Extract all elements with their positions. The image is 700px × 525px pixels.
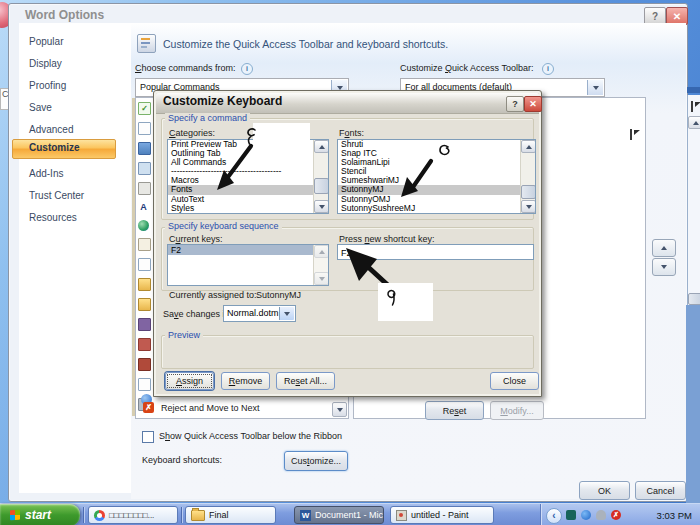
dialog-help-button[interactable]: ?: [506, 96, 524, 112]
scroll-up-button: [314, 245, 329, 258]
folder-open-icon: [138, 298, 151, 311]
scroll-up-button[interactable]: [688, 116, 700, 129]
document2-icon: [138, 258, 151, 271]
dialog-close-button[interactable]: ✕: [524, 96, 542, 112]
command-item-label[interactable]: Reject and Move to Next: [161, 403, 260, 413]
current-keys-listbox[interactable]: F2: [167, 244, 329, 286]
scroll-thumb[interactable]: [314, 178, 329, 194]
category-item[interactable]: Styles: [168, 204, 314, 213]
modify-button[interactable]: Modify...: [490, 401, 544, 420]
category-item-selected[interactable]: Fonts: [168, 185, 314, 194]
save-changes-combo[interactable]: Normal.dotm: [223, 305, 296, 322]
table-icon: [138, 162, 151, 175]
press-new-shortcut-input[interactable]: [337, 244, 534, 260]
font-item[interactable]: SolaimanLipi: [338, 158, 521, 167]
scroll-up-button[interactable]: [521, 140, 536, 153]
taskbar-item-document1[interactable]: Document1 - Micr...: [294, 506, 384, 524]
scroll-down-button[interactable]: [521, 200, 536, 213]
remove-button[interactable]: Remove: [221, 372, 270, 390]
command-icon-strip: [138, 102, 151, 418]
category-item[interactable]: Macros: [168, 176, 314, 185]
categories-listbox[interactable]: Print Preview Tab Outlining Tab All Comm…: [167, 139, 329, 214]
dropdown-arrow-icon[interactable]: [587, 80, 603, 95]
font-item[interactable]: Snap ITC: [338, 149, 521, 158]
choose-commands-label: Choose commands from:: [135, 63, 236, 73]
font-item[interactable]: SumeshwariMJ: [338, 176, 521, 185]
close-dialog-button[interactable]: Close: [490, 372, 539, 390]
move-up-button[interactable]: [652, 239, 676, 257]
tray-network-icon[interactable]: [566, 510, 576, 520]
current-key-item-selected[interactable]: F2: [168, 245, 314, 255]
system-tray: ✗ 3:03 PM: [540, 504, 700, 525]
scroll-thumb[interactable]: [521, 185, 536, 199]
sidebar-item-save[interactable]: Save: [19, 102, 129, 113]
customize-keyboard-dialog: Customize Keyboard ? ✕ Specify a command…: [153, 90, 542, 397]
sidebar-item-customize[interactable]: Customize: [19, 142, 129, 153]
font-item[interactable]: SutonnySushreeMJ: [338, 204, 521, 213]
category-item[interactable]: Print Preview Tab: [168, 140, 314, 149]
font-item[interactable]: SutonnyOMJ: [338, 195, 521, 204]
reset-button[interactable]: Reset: [425, 401, 484, 420]
taskbar-item-paint[interactable]: untitled - Paint: [390, 506, 494, 524]
assign-button[interactable]: Assign: [165, 372, 214, 390]
sidebar-item-advanced[interactable]: Advanced: [19, 124, 129, 135]
taskbar-divider: [181, 507, 182, 523]
background-scrollbar[interactable]: [687, 95, 700, 305]
commands-scroll-down-button[interactable]: [332, 402, 347, 417]
ok-button[interactable]: OK: [579, 481, 630, 500]
task-label: Final: [209, 510, 229, 520]
category-item[interactable]: All Commands: [168, 158, 314, 167]
font-item[interactable]: Stencil: [338, 167, 521, 176]
move-down-button[interactable]: [652, 258, 676, 276]
fonts-listbox[interactable]: Shruti Snap ITC SolaimanLipi Stencil Sum…: [337, 139, 536, 214]
info-icon[interactable]: [241, 63, 253, 75]
font-item[interactable]: Shruti: [338, 140, 521, 149]
sidebar-item-proofing[interactable]: Proofing: [19, 80, 129, 91]
reject-command-icon: [143, 402, 154, 413]
assigned-value: SutonnyMJ: [256, 290, 301, 300]
sidebar-item-trust-center[interactable]: Trust Center: [19, 190, 129, 201]
screen: C Word Options ? ✕ Popular Display Proof…: [0, 0, 700, 525]
combo-arrow-icon[interactable]: [279, 307, 294, 320]
fonts-scrollbar[interactable]: [520, 140, 535, 213]
sidebar-item-display[interactable]: Display: [19, 58, 129, 69]
taskbar-item-final[interactable]: Final: [185, 506, 276, 524]
document-icon: [138, 122, 151, 135]
font-item-selected[interactable]: SutonnyMJ: [338, 185, 521, 194]
current-keys-scrollbar: [313, 245, 328, 285]
keyboard-shortcuts-label: Keyboard shortcuts:: [142, 455, 222, 465]
start-button[interactable]: start: [0, 504, 80, 525]
hand-cursor-icon: [691, 101, 700, 112]
taskbar-item-browser[interactable]: □□□□□□□□...: [88, 506, 178, 524]
customize-keyboard-button[interactable]: Customize...: [284, 451, 348, 471]
taskbar-divider: [83, 507, 84, 523]
tray-volume-icon[interactable]: [596, 510, 606, 520]
sidebar-item-add-ins[interactable]: Add-Ins: [19, 168, 129, 179]
category-item[interactable]: AutoText: [168, 195, 314, 204]
clock[interactable]: 3:03 PM: [657, 510, 692, 521]
task-label: □□□□□□□□...: [109, 511, 154, 520]
check-icon: [138, 102, 151, 115]
categories-label: Categories:: [169, 128, 215, 138]
sidebar-item-popular[interactable]: Popular: [19, 36, 129, 47]
tray-security-alert-icon[interactable]: ✗: [611, 510, 621, 520]
scroll-up-button[interactable]: [314, 140, 329, 153]
scroll-thumb[interactable]: [688, 293, 700, 305]
scroll-down-button[interactable]: [314, 200, 329, 213]
category-item[interactable]: Outlining Tab: [168, 149, 314, 158]
assigned-label: Currently assigned to:: [169, 290, 257, 300]
cancel-button[interactable]: Cancel: [635, 481, 686, 500]
customize-qat-label: Customize Quick Access Toolbar:: [400, 63, 533, 73]
tray-messenger-icon[interactable]: [581, 510, 591, 520]
info-icon[interactable]: [542, 63, 554, 75]
current-keys-label: Current keys:: [169, 234, 223, 244]
categories-scrollbar[interactable]: [313, 140, 328, 213]
reset-all-button[interactable]: Reset All...: [276, 372, 335, 390]
windows-logo-icon: [10, 510, 20, 521]
hide-icons-chevron[interactable]: [546, 508, 562, 524]
taskbar: start □□□□□□□□... Final Document1 - Micr…: [0, 503, 700, 525]
show-qat-checkbox[interactable]: [142, 431, 154, 443]
sidebar-item-resources[interactable]: Resources: [19, 212, 129, 223]
window-title: Word Options: [25, 8, 104, 22]
dialog-title: Customize Keyboard: [163, 94, 282, 108]
